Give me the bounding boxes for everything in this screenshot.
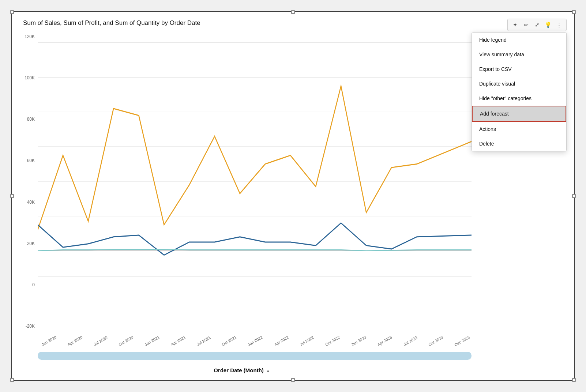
y-label-neg20k: -20K <box>26 324 35 329</box>
x-label-jul2021: Jul 2021 <box>196 335 211 347</box>
x-label-oct2021: Oct 2021 <box>221 335 237 347</box>
context-menu: Hide legend View summary data Export to … <box>472 32 567 151</box>
y-label-40k: 40K <box>27 200 35 205</box>
handle-bottom-center[interactable] <box>291 378 295 382</box>
x-label-apr2021: Apr 2021 <box>170 335 187 347</box>
more-icon[interactable]: ⋮ <box>555 20 563 29</box>
handle-mid-left[interactable] <box>10 194 14 198</box>
menu-item-duplicate[interactable]: Duplicate visual <box>472 76 566 91</box>
x-label-jul2020: Jul 2020 <box>93 335 108 347</box>
y-label-120k: 120K <box>25 34 35 39</box>
x-label-apr2023: Apr 2023 <box>376 335 393 347</box>
x-label-oct2023: Oct 2023 <box>428 335 444 347</box>
menu-item-add-forecast[interactable]: Add forecast <box>472 106 566 122</box>
menu-item-actions[interactable]: Actions <box>472 122 566 136</box>
x-label-jul2022: Jul 2022 <box>299 335 315 347</box>
sales-line <box>38 86 472 230</box>
expand-icon[interactable]: ⤢ <box>533 20 541 29</box>
handle-top-left[interactable] <box>10 10 14 14</box>
handle-top-center[interactable] <box>291 10 295 14</box>
x-label-jan2020: Jan 2020 <box>41 335 57 347</box>
menu-item-hide-other[interactable]: Hide "other" categories <box>472 91 566 106</box>
dropdown-icon[interactable]: ⌄ <box>266 368 270 373</box>
y-label-80k: 80K <box>27 117 35 122</box>
menu-item-delete[interactable]: Delete <box>472 136 566 151</box>
chart-svg-area <box>38 34 472 329</box>
handle-bottom-right[interactable] <box>572 378 576 382</box>
x-label-jan2023: Jan 2023 <box>350 335 367 347</box>
scroll-bar-track[interactable] <box>38 352 472 360</box>
menu-item-view-summary[interactable]: View summary data <box>472 47 566 62</box>
x-label-apr2022: Apr 2022 <box>273 335 290 347</box>
toolbar: ✦ ✏ ⤢ 💡 ⋮ <box>507 19 567 31</box>
chart-container: Sum of Sales, Sum of Profit, and Sum of … <box>11 11 575 381</box>
scroll-bar-container[interactable] <box>38 352 472 360</box>
y-axis: 120K 100K 80K 60K 40K 20K 0 -20K <box>18 34 38 329</box>
x-axis: Jan 2020 Apr 2020 Jul 2020 Oct 2020 Jan … <box>38 339 472 343</box>
x-label-oct2020: Oct 2020 <box>118 335 134 347</box>
x-label-jan2021: Jan 2021 <box>144 335 160 347</box>
x-label-oct2022: Oct 2022 <box>324 335 341 347</box>
edit-icon[interactable]: ✏ <box>522 20 530 29</box>
handle-top-right[interactable] <box>572 10 576 14</box>
chart-svg <box>38 34 472 329</box>
insight-icon[interactable]: 💡 <box>544 20 552 29</box>
pin-icon[interactable]: ✦ <box>511 20 519 29</box>
y-label-20k: 20K <box>27 241 35 246</box>
y-label-100k: 100K <box>25 75 35 80</box>
x-axis-title-text: Order Date (Month) <box>214 367 264 373</box>
handle-mid-right[interactable] <box>572 194 576 198</box>
x-label-dec2023: Dec 2023 <box>454 335 471 347</box>
y-label-0: 0 <box>32 282 35 287</box>
x-label-apr2020: Apr 2020 <box>67 335 83 347</box>
x-axis-title: Order Date (Month) ⌄ <box>12 367 472 373</box>
x-label-jul2023: Jul 2023 <box>402 335 418 347</box>
menu-item-export-csv[interactable]: Export to CSV <box>472 62 566 76</box>
y-label-60k: 60K <box>27 158 35 163</box>
chart-title: Sum of Sales, Sum of Profit, and Sum of … <box>19 19 567 27</box>
menu-item-hide-legend[interactable]: Hide legend <box>472 33 566 47</box>
handle-bottom-left[interactable] <box>10 378 14 382</box>
x-label-jan2022: Jan 2022 <box>247 335 263 347</box>
